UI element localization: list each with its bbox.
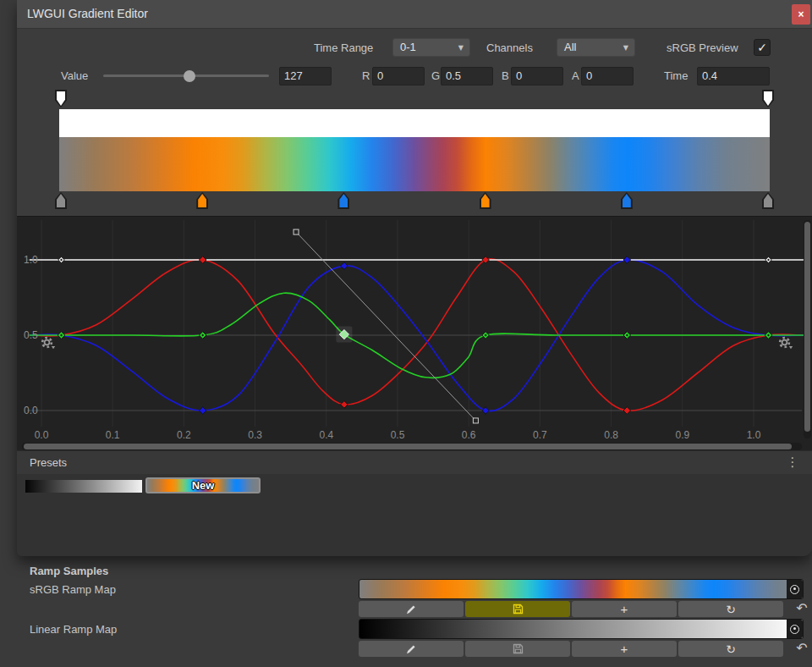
preset-swatch-blackwhite[interactable] bbox=[25, 480, 142, 493]
presets-title: Presets bbox=[30, 456, 67, 469]
time-range-dropdown[interactable]: 0-1 ▼ bbox=[392, 38, 470, 57]
srgb-preview-label: sRGB Preview bbox=[667, 39, 738, 58]
left-gear-settings-icon[interactable] bbox=[40, 335, 57, 350]
floppy-save-icon bbox=[513, 643, 524, 654]
x-axis-tick-label: 0.0 bbox=[29, 429, 54, 441]
srgb-ramp-add-button[interactable]: + bbox=[572, 601, 677, 617]
srgb-ramp-edit-button[interactable] bbox=[359, 601, 464, 617]
preset-swatch-new[interactable]: New bbox=[145, 477, 261, 493]
srgb-ramp-object-picker[interactable] bbox=[787, 580, 803, 598]
floppy-save-icon bbox=[513, 604, 524, 615]
time-range-label: Time Range bbox=[314, 39, 373, 58]
r-label: R bbox=[362, 67, 370, 85]
g-label: G bbox=[431, 67, 440, 85]
x-axis-tick-label: 0.9 bbox=[670, 429, 695, 441]
x-axis-tick-label: 0.5 bbox=[385, 429, 410, 441]
object-picker-icon bbox=[790, 585, 799, 594]
linear-ramp-add-button[interactable]: + bbox=[572, 641, 677, 657]
right-gear-settings-icon[interactable] bbox=[777, 335, 794, 350]
pencil-icon bbox=[405, 643, 417, 655]
b-input[interactable]: 0 bbox=[511, 67, 563, 85]
horizontal-scrollbar-thumb[interactable] bbox=[24, 444, 792, 449]
vertical-scrollbar[interactable] bbox=[804, 220, 811, 438]
y-axis-tick-label: 0.0 bbox=[24, 405, 46, 416]
ramp-samples-section-title: Ramp Samples bbox=[30, 565, 108, 577]
srgb-preview-checkbox[interactable]: ✓ bbox=[754, 39, 771, 56]
a-input[interactable]: 0 bbox=[581, 67, 634, 85]
plus-icon: + bbox=[621, 603, 628, 615]
linear-ramp-refresh-button[interactable]: ↻ bbox=[678, 641, 783, 657]
a-label: A bbox=[572, 67, 579, 85]
x-axis-tick-label: 1.0 bbox=[741, 429, 766, 441]
keyframe-blue[interactable] bbox=[623, 256, 631, 264]
window-title: LWGUI Gradient Editor bbox=[27, 7, 148, 20]
value-input[interactable]: 127 bbox=[279, 67, 332, 85]
tangent-handle-in[interactable] bbox=[294, 229, 299, 234]
time-label: Time bbox=[664, 67, 688, 85]
keyframe-red[interactable] bbox=[482, 256, 490, 264]
x-axis-tick-label: 0.3 bbox=[243, 429, 268, 441]
channels-dropdown[interactable]: All ▼ bbox=[557, 38, 635, 57]
gradient-color-band[interactable] bbox=[59, 137, 770, 191]
x-axis-tick-label: 0.4 bbox=[314, 429, 339, 441]
x-axis-tick-label: 0.1 bbox=[100, 429, 125, 441]
keyframe-red[interactable] bbox=[199, 256, 206, 264]
keyframe-blue[interactable] bbox=[482, 407, 490, 415]
keyframe-red[interactable] bbox=[341, 401, 348, 409]
gradient-alpha-band[interactable] bbox=[59, 109, 770, 137]
curve-editor[interactable]: 1.0 0.5 0.0 0.00.10.20.30.40.50.60.70.80… bbox=[17, 216, 812, 451]
tangent-handle-out[interactable] bbox=[473, 418, 478, 423]
srgb-ramp-map-label: sRGB Ramp Map bbox=[30, 583, 116, 596]
srgb-ramp-preview[interactable] bbox=[359, 579, 804, 599]
channels-label: Channels bbox=[486, 39, 533, 58]
linear-ramp-object-picker[interactable] bbox=[787, 620, 803, 638]
horizontal-scrollbar[interactable] bbox=[22, 443, 802, 450]
plus-icon: + bbox=[621, 642, 628, 655]
presets-header: Presets ⋮ bbox=[17, 450, 812, 475]
presets-body: New bbox=[17, 474, 812, 556]
chevron-down-icon: ▼ bbox=[623, 40, 628, 57]
y-axis-tick-label: 1.0 bbox=[24, 254, 46, 266]
refresh-icon: ↻ bbox=[726, 642, 736, 656]
keyframe-blue[interactable] bbox=[199, 407, 206, 415]
channels-value: All bbox=[564, 41, 576, 53]
window-titlebar[interactable]: LWGUI Gradient Editor × bbox=[17, 0, 812, 28]
b-label: B bbox=[502, 67, 509, 85]
linear-ramp-preview[interactable] bbox=[359, 619, 804, 639]
curve-canvas[interactable] bbox=[17, 217, 812, 451]
linear-ramp-save-button[interactable] bbox=[465, 641, 570, 657]
kebab-menu-icon[interactable]: ⋮ bbox=[785, 455, 800, 470]
x-axis-tick-label: 0.8 bbox=[599, 429, 624, 441]
time-input[interactable]: 0.4 bbox=[697, 67, 770, 85]
keyframe-blue[interactable] bbox=[341, 262, 348, 270]
time-range-value: 0-1 bbox=[400, 41, 416, 53]
srgb-ramp-refresh-button[interactable]: ↻ bbox=[678, 601, 783, 617]
linear-ramp-edit-button[interactable] bbox=[359, 641, 464, 657]
x-axis-tick-label: 0.7 bbox=[527, 429, 552, 441]
linear-ramp-revert-button[interactable]: ↶ bbox=[793, 640, 810, 656]
preset-swatch-label: New bbox=[192, 479, 215, 492]
keyframe-red[interactable] bbox=[623, 407, 631, 415]
unity-inspector-background: Ramp Samples sRGB Ramp Map + ↻ ↶ Linear … bbox=[0, 0, 812, 667]
vertical-scrollbar-thumb[interactable] bbox=[804, 222, 810, 432]
x-axis-tick-label: 0.6 bbox=[456, 429, 481, 441]
srgb-ramp-save-button[interactable] bbox=[465, 601, 570, 617]
x-axis-tick-label: 0.2 bbox=[171, 429, 196, 441]
gradient-preview-strip[interactable] bbox=[59, 109, 770, 191]
refresh-icon: ↻ bbox=[726, 603, 736, 616]
close-button[interactable]: × bbox=[792, 4, 810, 25]
pencil-icon bbox=[405, 604, 417, 615]
r-input[interactable]: 0 bbox=[372, 67, 425, 85]
srgb-ramp-revert-button[interactable]: ↶ bbox=[793, 600, 810, 616]
value-label: Value bbox=[61, 67, 88, 85]
gradient-editor-window: LWGUI Gradient Editor × Time Range 0-1 ▼… bbox=[17, 0, 812, 556]
value-slider-handle[interactable] bbox=[184, 70, 195, 82]
linear-ramp-map-label: Linear Ramp Map bbox=[30, 623, 117, 636]
object-picker-icon bbox=[790, 625, 799, 634]
chevron-down-icon: ▼ bbox=[458, 40, 464, 57]
g-input[interactable]: 0.5 bbox=[441, 67, 493, 85]
